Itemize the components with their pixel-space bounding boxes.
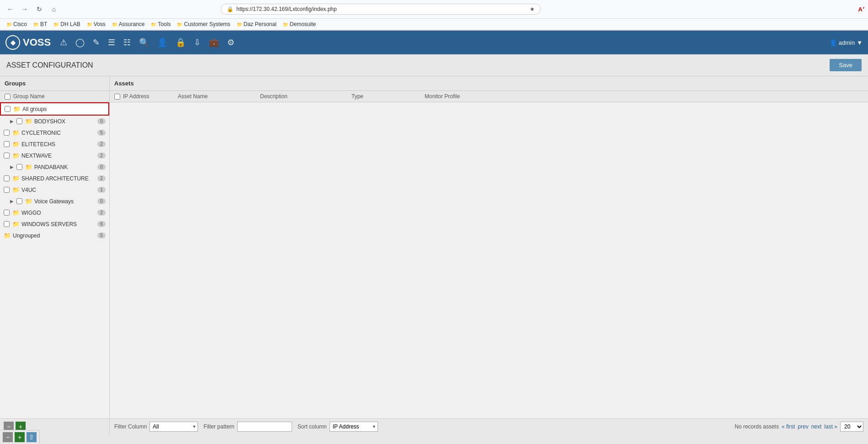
- alert-icon[interactable]: ⚠: [60, 37, 67, 48]
- windows-servers-checkbox[interactable]: [4, 221, 10, 227]
- folder-icon: 📁: [12, 152, 20, 159]
- wiggo-checkbox[interactable]: [4, 210, 10, 216]
- settings-icon[interactable]: ⚙: [227, 37, 234, 48]
- remove-asset-button[interactable]: −: [3, 432, 13, 434]
- no-records-label: No records assets: [735, 423, 779, 430]
- bookmark-bar: 📁 Cisco 📁 BT 📁 DH LAB 📁 Voss 📁 Assurance…: [0, 19, 868, 30]
- network-icon[interactable]: ◯: [75, 37, 85, 48]
- col-header-description: Description: [260, 93, 351, 100]
- user-menu[interactable]: 👤 admin ▼: [830, 39, 863, 46]
- back-button[interactable]: ←: [4, 3, 16, 16]
- group-label-v4uc: V4UC: [21, 187, 96, 193]
- group-item-nextwave[interactable]: 📁 NEXTWAVE 2: [0, 150, 109, 161]
- user-avatar-icon: 👤: [830, 39, 837, 46]
- group-label-nextwave: NEXTWAVE: [21, 153, 96, 159]
- lock-icon[interactable]: 🔒: [176, 37, 186, 48]
- bookmark-demosuite[interactable]: 📁 Demosuite: [280, 20, 319, 28]
- bookmark-tools[interactable]: 📁 Tools: [148, 20, 173, 28]
- group-count-v4uc: 1: [97, 187, 106, 193]
- bookmark-folder-icon: 📁: [87, 22, 92, 27]
- bodyshox-checkbox[interactable]: [16, 118, 22, 124]
- sliders-icon[interactable]: ☰: [108, 37, 115, 48]
- bookmark-voss[interactable]: 📁 Voss: [84, 20, 108, 28]
- bookmark-label: Voss: [94, 21, 106, 27]
- group-label-windows-servers: WINDOWS SERVERS: [21, 221, 96, 227]
- filter-pattern-input[interactable]: [237, 422, 292, 432]
- bookmark-cisco[interactable]: 📁 Cisco: [4, 20, 30, 28]
- user-icon[interactable]: 👤: [157, 37, 167, 48]
- folder-icon: 📁: [13, 106, 21, 112]
- v4uc-checkbox[interactable]: [4, 187, 10, 193]
- group-item-windows-servers[interactable]: 📁 WINDOWS SERVERS 6: [0, 218, 109, 230]
- group-item-cycletronic[interactable]: 📁 CYCLETRONIC 5: [0, 127, 109, 138]
- shared-architecture-checkbox[interactable]: [4, 175, 10, 181]
- col-header-ip: IP Address: [123, 93, 178, 100]
- voss-logo: ◆ VOSS: [5, 35, 51, 50]
- page-next-link[interactable]: next: [811, 423, 822, 430]
- group-count-elitetechs: 2: [97, 141, 106, 147]
- page-size-select[interactable]: 10 20 50 100: [840, 422, 863, 432]
- group-item-all-groups[interactable]: 📁 All groups: [0, 102, 109, 116]
- page-header: ASSET CONFIGURATION Save: [0, 54, 868, 76]
- elitetechs-checkbox[interactable]: [4, 141, 10, 147]
- edit-icon[interactable]: ✎: [93, 37, 100, 48]
- move-asset-up-button[interactable]: ⇧: [27, 432, 37, 434]
- bookmark-assurance[interactable]: 📁 Assurance: [109, 20, 148, 28]
- nav-buttons: ← → ↻ ⌂: [4, 3, 60, 16]
- group-label-elitetechs: ELITETECHS: [21, 141, 96, 148]
- page-prev-link[interactable]: prev: [798, 423, 808, 430]
- page-last-link[interactable]: last »: [824, 423, 837, 430]
- user-dropdown-icon: ▼: [857, 39, 863, 46]
- calculator-icon[interactable]: ☷: [123, 37, 131, 48]
- page-first-link[interactable]: « first: [782, 423, 795, 430]
- group-item-bodyshox[interactable]: ▶ 📁 BODYSHOX 0: [0, 116, 109, 127]
- sort-column-select-wrapper: IP Address Asset Name Description Type M…: [330, 422, 378, 432]
- folder-icon: 📁: [12, 129, 20, 136]
- bookmark-daz-personal[interactable]: 📁 Daz Personal: [234, 20, 279, 28]
- bottom-asset-controls: − + ⇧: [0, 430, 40, 434]
- filter-pattern-group: Filter pattern: [203, 422, 292, 432]
- bookmark-folder-icon: 📁: [237, 22, 242, 27]
- all-groups-checkbox[interactable]: [5, 106, 11, 112]
- group-item-wiggo[interactable]: 📁 WIGGO 2: [0, 207, 109, 218]
- bookmark-folder-icon: 📁: [283, 22, 288, 27]
- search-icon[interactable]: 🔍: [139, 37, 149, 48]
- briefcase-icon[interactable]: 💼: [209, 37, 219, 48]
- folder-icon: 📁: [25, 118, 32, 125]
- assets-select-all-checkbox[interactable]: [114, 94, 120, 100]
- group-item-voice-gateways[interactable]: ▶ 📁 Voice Gateways 0: [0, 196, 109, 207]
- group-item-shared-architecture[interactable]: 📁 SHARED ARCHITECTURE 2: [0, 173, 109, 184]
- voss-globe-icon: ◆: [5, 35, 20, 50]
- bookmark-customer-systems[interactable]: 📁 Customer Systems: [174, 20, 233, 28]
- group-item-ungrouped[interactable]: 📁 Ungrouped 5: [0, 230, 109, 241]
- groups-select-all-checkbox[interactable]: [5, 94, 11, 100]
- save-button[interactable]: Save: [830, 59, 862, 71]
- voice-gateways-checkbox[interactable]: [16, 198, 22, 204]
- sort-column-select[interactable]: IP Address Asset Name Description Type M…: [330, 422, 378, 432]
- reload-button[interactable]: ↻: [33, 3, 46, 16]
- add-asset-button[interactable]: +: [15, 432, 25, 434]
- nextwave-checkbox[interactable]: [4, 153, 10, 159]
- group-label-voice-gateways: Voice Gateways: [34, 198, 96, 205]
- group-item-elitetechs[interactable]: 📁 ELITETECHS 2: [0, 138, 109, 150]
- folder-icon: 📁: [4, 232, 11, 239]
- group-label-shared-architecture: SHARED ARCHITECTURE: [21, 175, 96, 182]
- cycletronic-checkbox[interactable]: [4, 130, 10, 136]
- filter-column-select[interactable]: All IP Address Asset Name Description Ty…: [149, 422, 198, 432]
- col-header-type: Type: [351, 93, 425, 100]
- download-icon[interactable]: ⇩: [194, 37, 201, 48]
- url-input[interactable]: [236, 6, 527, 12]
- group-count-bodyshox: 0: [97, 118, 106, 124]
- folder-icon: 📁: [12, 221, 20, 227]
- group-item-v4uc[interactable]: 📁 V4UC 1: [0, 184, 109, 196]
- forward-button[interactable]: →: [18, 3, 31, 16]
- bookmark-bt[interactable]: 📁 BT: [31, 20, 50, 28]
- bookmark-dhlab[interactable]: 📁 DH LAB: [51, 20, 83, 28]
- assets-panel: Assets IP Address Asset Name Description…: [110, 76, 868, 434]
- nav-icons: ⚠ ◯ ✎ ☰ ☷ 🔍 👤 🔒 ⇩ 💼 ⚙: [60, 37, 830, 48]
- group-item-pandabank[interactable]: ▶ 📁 PANDABANK 0: [0, 161, 109, 173]
- filter-column-group: Filter Column All IP Address Asset Name …: [114, 422, 198, 432]
- pandabank-checkbox[interactable]: [16, 164, 22, 170]
- home-button[interactable]: ⌂: [48, 3, 60, 16]
- assets-footer: Filter Column All IP Address Asset Name …: [110, 418, 868, 434]
